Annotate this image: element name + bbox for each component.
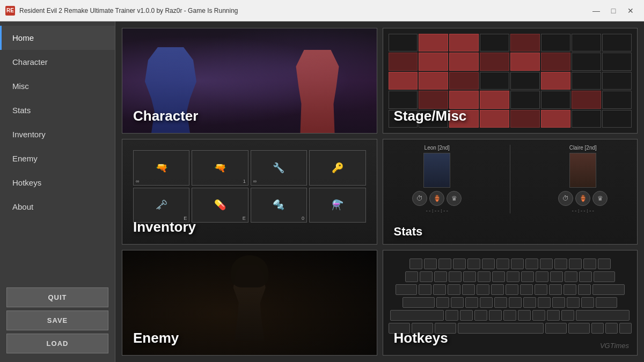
kb-key-f2 (438, 258, 451, 269)
enemy-card-label: Enemy (133, 330, 179, 346)
kb-key-semicolon (567, 297, 580, 308)
kb-key-5 (478, 271, 491, 282)
stage-misc-card-label: Stage/Misc (394, 108, 467, 124)
kb-key-p (549, 284, 562, 295)
kb-key-tilde (405, 271, 418, 282)
kb-key-q (419, 284, 431, 295)
inv-slot-1: 🔫 ∞ (133, 150, 189, 186)
sidebar-item-home[interactable]: Home (0, 26, 115, 50)
kb-key-l (552, 297, 565, 308)
kb-key-f3 (453, 258, 466, 269)
leon-time: --:--:-- (426, 208, 449, 213)
card-hotkeys[interactable]: Hotkeys VGTimes (383, 250, 638, 356)
card-inventory[interactable]: 🔫 ∞ 🔫 1 🔧 ∞ 🔑 🗝️ E (122, 139, 377, 245)
minimize-button[interactable]: — (588, 3, 604, 18)
sidebar-item-hotkeys[interactable]: Hotkeys (0, 171, 115, 195)
kb-key-r (462, 284, 475, 295)
kb-row-2 (389, 271, 632, 282)
title-bar-controls: — □ ✕ (588, 3, 639, 18)
kb-key-quote (581, 297, 594, 308)
kb-key-lbracket (564, 284, 576, 295)
leon-char-img (423, 153, 450, 188)
sidebar-item-inventory[interactable]: Inventory (0, 122, 115, 146)
content-grid: Character (115, 21, 644, 362)
close-button[interactable]: ✕ (623, 3, 639, 18)
kb-key-lshift (390, 310, 444, 321)
kb-key-e (448, 284, 460, 295)
kb-key-f4 (467, 258, 480, 269)
kb-key-down (605, 323, 618, 334)
kb-key-equals (579, 271, 592, 282)
inventory-grid: 🔫 ∞ 🔫 1 🔧 ∞ 🔑 🗝️ E (133, 150, 366, 223)
kb-key-f9 (540, 258, 553, 269)
kb-row-1 (389, 258, 632, 269)
kb-key-0 (550, 271, 563, 282)
kb-key-j (523, 297, 536, 308)
sidebar-item-misc[interactable]: Misc (0, 74, 115, 98)
card-character[interactable]: Character (122, 28, 377, 134)
kb-key-1 (420, 271, 433, 282)
sidebar-item-stats[interactable]: Stats (0, 98, 115, 122)
kb-key-8 (521, 271, 534, 282)
kb-key-period (561, 310, 574, 321)
kb-key-right (619, 323, 632, 334)
kb-key-b (503, 310, 516, 321)
kb-key-f8 (525, 258, 538, 269)
kb-key-enter2 (596, 297, 617, 308)
kb-row-5 (389, 310, 632, 321)
kb-row-3 (389, 284, 632, 295)
kb-key-backspace (594, 271, 615, 282)
maximize-button[interactable]: □ (605, 3, 621, 18)
kb-key-f11 (569, 258, 582, 269)
kb-key-d (465, 297, 478, 308)
kb-key-altgr (545, 323, 567, 334)
card-stats[interactable]: Leon [2nd] ⏱ 🏺 ♛ --:--:-- Claire [2nd] (383, 139, 638, 245)
kb-key-c (474, 310, 487, 321)
hotkeys-card-label: Hotkeys (394, 330, 448, 346)
claire-char-img (569, 153, 596, 188)
sidebar-item-character[interactable]: Character (0, 50, 115, 74)
leon-health-icon: 🏺 (429, 191, 444, 206)
kb-key-f7 (511, 258, 524, 269)
sidebar-item-enemy[interactable]: Enemy (0, 146, 115, 171)
kb-key-y (491, 284, 504, 295)
leon-stats-icons: ⏱ 🏺 ♛ (412, 191, 462, 206)
load-button[interactable]: LOAD (6, 334, 108, 353)
app-body: Home Character Misc Stats Inventory Enem… (0, 21, 644, 362)
stats-header: Leon [2nd] ⏱ 🏺 ♛ --:--:-- Claire [2nd] (389, 145, 632, 213)
leon-ammo-icon: ♛ (447, 191, 462, 206)
kb-key-x (460, 310, 473, 321)
sidebar-item-about[interactable]: About (0, 195, 115, 219)
inv-slot-6: 💊 E (192, 188, 248, 223)
kb-key-k (538, 297, 551, 308)
title-bar: RE Resident Evil 2 Remake Ultimate Train… (0, 0, 644, 21)
enemy-hood (231, 255, 268, 287)
kb-key-tab (396, 284, 417, 295)
save-button[interactable]: SAVE (6, 311, 108, 330)
card-enemy[interactable]: Enemy (122, 250, 377, 356)
stats-claire-col: Claire [2nd] ⏱ 🏺 ♛ --:--:-- (558, 145, 608, 213)
inv-slot-3: 🔧 ∞ (251, 150, 307, 186)
kb-key-minus (565, 271, 577, 282)
kb-key-f10 (554, 258, 567, 269)
kb-key-9 (536, 271, 548, 282)
claire-speed-icon: ⏱ (558, 191, 573, 206)
stats-leon-col: Leon [2nd] ⏱ 🏺 ♛ --:--:-- (412, 145, 462, 213)
kb-key-m (532, 310, 545, 321)
claire-stats-icons: ⏱ 🏺 ♛ (558, 191, 608, 206)
kb-key-2 (434, 271, 447, 282)
vgtimes-watermark: VGTimes (600, 342, 629, 350)
inv-slot-8: ⚗️ (309, 188, 365, 223)
kb-key-g (494, 297, 507, 308)
leon-name: Leon [2nd] (425, 145, 450, 151)
card-stage-misc[interactable]: Stage/Misc (383, 28, 638, 134)
kb-key-enter (592, 284, 625, 295)
claire-time: --:--:-- (572, 208, 595, 213)
quit-button[interactable]: QUIT (6, 287, 108, 307)
claire-health-icon: 🏺 (575, 191, 590, 206)
kb-key-rbracket (578, 284, 591, 295)
inv-slot-7: 🔩 0 (251, 188, 307, 223)
kb-key-u (506, 284, 518, 295)
kb-key-f6 (496, 258, 509, 269)
inventory-card-label: Inventory (133, 219, 196, 235)
